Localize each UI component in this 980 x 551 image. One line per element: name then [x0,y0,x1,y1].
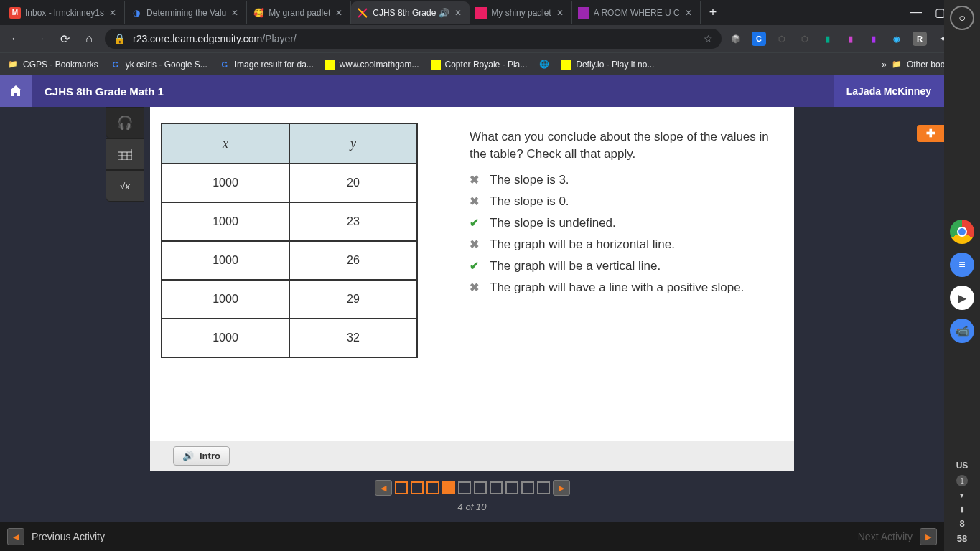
chrome-icon[interactable] [950,220,974,244]
browser-tab-bar: M Inbox - lrmckinney1s ✕ ◑ Determining t… [0,0,980,25]
pager-step-2[interactable] [411,481,424,494]
formula-tool-button[interactable]: √x [106,170,144,202]
close-icon[interactable]: ✕ [683,7,694,19]
back-button[interactable]: ← [7,32,24,45]
wrong-icon: ✖ [470,194,481,208]
tab-room[interactable]: A ROOM WHERE U C ✕ [572,1,701,24]
home-button[interactable]: ⌂ [80,32,98,45]
bookmark-defly[interactable]: Defly.io - Play it no... [561,60,654,70]
site-icon [431,60,441,70]
add-tab-button[interactable]: ✚ [917,125,944,142]
pager-step-6[interactable] [474,481,487,494]
bookmark-overflow[interactable]: » [882,60,887,70]
close-icon[interactable]: ✕ [333,7,345,19]
ext-icon[interactable]: ⬡ [775,32,789,46]
system-tray[interactable]: US 1 ▾ ▮ 8 58 [956,461,969,551]
url-host: r23.core.learn.edgenuity.com [133,33,262,44]
play-icon[interactable]: ▶ [950,286,974,310]
time-hour: 8 [959,518,964,529]
tab-inbox[interactable]: M Inbox - lrmckinney1s ✕ [4,1,125,24]
speaker-icon: 🔊 [182,451,194,461]
calculator-tool-button[interactable] [106,138,144,170]
bookmark-label: www.coolmathgam... [340,60,419,70]
time-minute: 58 [957,533,967,544]
pager-step-3[interactable] [426,481,439,494]
wrong-icon: ✖ [470,237,481,251]
bookmark-copter[interactable]: Copter Royale - Pla... [431,60,528,70]
ext-icon[interactable]: ⬡ [798,32,812,46]
previous-activity-button[interactable]: ◀ Previous Activity [7,528,105,545]
pager-prev-button[interactable]: ◀ [375,480,392,496]
tools-sidebar: 🎧 √x [106,107,144,202]
user-name[interactable]: LaJada McKinney [834,75,944,107]
close-icon[interactable]: ✕ [107,7,118,19]
answer-list: ✖The slope is 3. ✖The slope is 0. ✔The s… [470,173,771,295]
data-table: x y 100020 100023 100026 100029 100032 [161,123,418,358]
video-icon[interactable]: 📹 [950,319,974,343]
audio-tool-button[interactable]: 🎧 [106,107,144,138]
bookmarks-bar: 📁 CGPS - Bookmarks G yk osiris - Google … [0,52,980,75]
tab-title: My shiny padlet [491,8,551,18]
bookmark-label: Image result for da... [235,60,314,70]
tab-shiny-padlet[interactable]: My shiny padlet ✕ [470,1,571,24]
pager-step-1[interactable] [395,481,408,494]
next-arrow-icon: ▶ [920,528,937,545]
ext-icon[interactable]: ▮ [867,32,881,46]
reload-button[interactable]: ⟳ [56,32,73,46]
bookmark-cgps[interactable]: 📁 CGPS - Bookmarks [7,59,98,70]
close-icon[interactable]: ✕ [452,7,464,19]
docs-icon[interactable]: ≡ [950,253,974,277]
tab-title: Inbox - lrmckinney1s [25,8,104,18]
ext-icon[interactable]: 📦 [729,32,743,46]
minimize-button[interactable]: — [910,6,922,19]
google-icon: G [219,59,230,70]
google-icon: G [110,59,121,70]
home-button[interactable] [0,75,32,107]
padlet-icon [475,7,487,19]
bookmark-image-result[interactable]: G Image result for da... [219,59,314,70]
close-icon[interactable]: ✕ [554,7,566,19]
intro-bar: 🔊 Intro [150,441,794,471]
pager-next-button[interactable]: ▶ [553,480,570,496]
ext-icon[interactable]: ▮ [844,32,858,46]
ext-icon[interactable]: ▮ [821,32,835,46]
bookmark-coolmath[interactable]: www.coolmathgam... [325,60,419,70]
next-activity-button[interactable]: Next Activity ▶ [858,528,937,545]
bookmark-label: Defly.io - Play it no... [576,60,654,70]
wifi-icon: ▾ [960,491,964,500]
pager-step-10[interactable] [537,481,550,494]
pager-step-4[interactable] [442,481,455,494]
table-header-y: y [289,123,417,164]
battery-icon: ▮ [960,504,964,514]
answer-option: ✖The graph will be a horizontal line. [470,237,771,252]
forward-button[interactable]: → [32,32,49,45]
footer-bar: ◀ Previous Activity Next Activity ▶ [0,522,944,551]
close-icon[interactable]: ✕ [229,7,241,19]
address-bar[interactable]: 🔒 r23.core.learn.edgenuity.com/Player/ ☆ [105,29,722,49]
answer-option: ✖The graph will have a line with a posit… [470,281,771,295]
intro-button[interactable]: 🔊 Intro [173,446,230,466]
pager-step-7[interactable] [490,481,503,494]
ext-icon[interactable]: ◉ [890,32,904,46]
star-icon[interactable]: ☆ [704,33,713,44]
tab-cjhs[interactable]: CJHS 8th Grade 🔊 ✕ [351,1,470,24]
ext-icon[interactable]: R [913,32,927,46]
table-row: 100032 [162,319,417,357]
wrong-icon: ✖ [470,281,481,294]
bookmark-label: Copter Royale - Pla... [445,60,528,70]
bookmark-yk-osiris[interactable]: G yk osiris - Google S... [110,59,207,70]
ext-icon[interactable]: C [752,32,766,46]
folder-icon: 📁 [891,59,902,70]
new-tab-button[interactable]: + [701,5,726,20]
pager-step-9[interactable] [521,481,534,494]
sys-circle-icon[interactable]: ○ [950,6,974,30]
lock-icon: 🔒 [113,33,126,44]
pager-step-5[interactable] [458,481,471,494]
question-panel: x y 100020 100023 100026 100029 100032 W… [150,107,794,471]
tab-grand-padlet[interactable]: 🥰 My grand padlet ✕ [247,1,351,24]
bookmark-globe[interactable]: 🌐 [538,59,550,70]
audio-icon[interactable]: 🔊 [439,8,449,18]
pager-step-8[interactable] [505,481,518,494]
tab-determining[interactable]: ◑ Determining the Valu ✕ [125,1,247,24]
globe-icon: 🌐 [538,59,550,70]
